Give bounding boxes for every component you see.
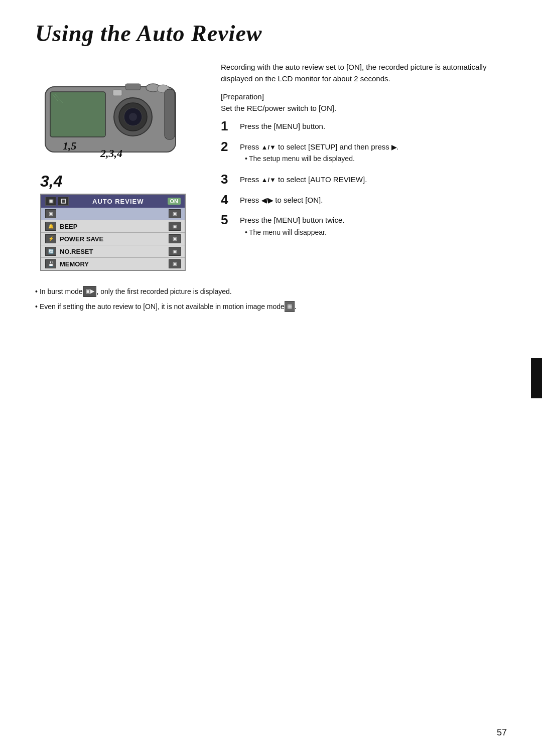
preparation-text: Set the REC/power switch to [ON]. bbox=[221, 104, 336, 112]
burst-mode-icon: ▣▶ bbox=[83, 286, 96, 297]
content-area: 1,5 2,3,4 3,4 🔲 🔳 AUTO REVIEW ON bbox=[35, 62, 507, 271]
menu-screen: 🔲 🔳 AUTO REVIEW ON ▣ ▣ 🔔 BEEP ▣ bbox=[40, 194, 186, 271]
menu-label-powersave: POWER SAVE bbox=[60, 235, 165, 243]
preparation: [Preparation] Set the REC/power switch t… bbox=[221, 91, 507, 114]
step-3-content: Press ▲/▼ to select [AUTO REVIEW]. bbox=[240, 172, 367, 186]
menu-row-noreset: 🔄 NO.RESET ▣ bbox=[41, 245, 185, 258]
step-5-number: 5 bbox=[221, 213, 240, 227]
menu-row-beep: 🔔 BEEP ▣ bbox=[41, 220, 185, 233]
step-5-content: Press the [MENU] button twice. The menu … bbox=[240, 213, 344, 240]
svg-rect-1 bbox=[50, 92, 105, 137]
step-4-number: 4 bbox=[221, 193, 240, 207]
step-1: 1 Press the [MENU] button. bbox=[221, 119, 507, 133]
right-column: Recording with the auto review set to [O… bbox=[221, 62, 507, 271]
left-column: 1,5 2,3,4 3,4 🔲 🔳 AUTO REVIEW ON bbox=[35, 62, 206, 271]
step-5-note: The menu will disappear. bbox=[245, 227, 344, 238]
step-2-number: 2 bbox=[221, 139, 240, 154]
menu-icon-powersave: ⚡ bbox=[45, 234, 56, 243]
step-2-note: The setup menu will be displayed. bbox=[245, 154, 398, 164]
intro-text: Recording with the auto review set to [O… bbox=[221, 62, 507, 84]
menu-value-powersave: ▣ bbox=[169, 234, 181, 243]
camera-svg: 1,5 2,3,4 bbox=[35, 62, 186, 162]
step-3: 3 Press ▲/▼ to select [AUTO REVIEW]. bbox=[221, 172, 507, 187]
menu-header-icons: 🔲 🔳 bbox=[45, 197, 69, 206]
menu-icon-right: 🔳 bbox=[58, 197, 69, 206]
menu-header: 🔲 🔳 AUTO REVIEW ON bbox=[41, 195, 185, 208]
step-1-number: 1 bbox=[221, 119, 240, 133]
menu-label-noreset: NO.RESET bbox=[60, 248, 165, 255]
menu-header-on: ON bbox=[168, 198, 181, 205]
step-5-text: Press the [MENU] button twice. bbox=[240, 216, 344, 224]
page-number: 57 bbox=[497, 727, 507, 738]
step-1-text: Press the [MENU] button. bbox=[240, 122, 325, 130]
menu-label-memory: MEMORY bbox=[60, 260, 165, 268]
svg-rect-12 bbox=[165, 89, 175, 139]
menu-row-label-selected bbox=[60, 210, 165, 218]
svg-point-7 bbox=[129, 113, 137, 121]
preparation-label: [Preparation] bbox=[221, 92, 264, 101]
svg-rect-9 bbox=[125, 84, 141, 90]
svg-text:1,5: 1,5 bbox=[63, 139, 77, 152]
label-34: 3,4 bbox=[40, 172, 62, 191]
camera-illustration: 1,5 2,3,4 bbox=[35, 62, 186, 162]
menu-value-noreset: ▣ bbox=[169, 247, 181, 256]
step-5: 5 Press the [MENU] button twice. The men… bbox=[221, 213, 507, 240]
svg-rect-11 bbox=[113, 90, 122, 96]
page-title: Using the Auto Review bbox=[35, 20, 507, 47]
footer-note-1: In burst mode ▣▶, only the first recorde… bbox=[35, 286, 507, 297]
menu-header-title: AUTO REVIEW bbox=[72, 198, 165, 205]
step-2-content: Press ▲/▼ to select [SETUP] and then pre… bbox=[240, 139, 398, 167]
menu-row-powersave: ⚡ POWER SAVE ▣ bbox=[41, 233, 185, 245]
arrow-right-2: ▶ bbox=[391, 143, 396, 151]
menu-row-icon-selected: ▣ bbox=[45, 209, 56, 218]
step-3-number: 3 bbox=[221, 172, 240, 187]
step-4: 4 Press ◀/▶ to select [ON]. bbox=[221, 193, 507, 207]
step-1-content: Press the [MENU] button. bbox=[240, 119, 325, 132]
menu-icon-beep: 🔔 bbox=[45, 222, 56, 231]
menu-value-beep: ▣ bbox=[169, 222, 181, 231]
menu-value-memory: ▣ bbox=[169, 259, 181, 268]
arrow-up-down-2: ▲/▼ bbox=[261, 143, 276, 151]
menu-icon-noreset: 🔄 bbox=[45, 247, 56, 256]
page-tab bbox=[531, 358, 542, 398]
step-2: 2 Press ▲/▼ to select [SETUP] and then p… bbox=[221, 139, 507, 167]
motion-image-icon: ▦ bbox=[285, 301, 295, 312]
arrow-up-down-3: ▲/▼ bbox=[261, 176, 276, 184]
steps-list: 1 Press the [MENU] button. 2 Press ▲/▼ t… bbox=[221, 119, 507, 240]
arrow-left-right-4: ◀/▶ bbox=[261, 197, 274, 204]
menu-icon-memory: 💾 bbox=[45, 259, 56, 268]
menu-row-value-selected: ▣ bbox=[169, 209, 181, 218]
svg-text:2,3,4: 2,3,4 bbox=[100, 147, 122, 160]
menu-icon-left: 🔲 bbox=[45, 197, 56, 206]
footer-notes: In burst mode ▣▶, only the first recorde… bbox=[35, 286, 507, 313]
menu-row-memory: 💾 MEMORY ▣ bbox=[41, 258, 185, 270]
page: Using the Auto Review bbox=[0, 0, 542, 756]
menu-label-beep: BEEP bbox=[60, 223, 165, 230]
menu-row-selected: ▣ ▣ bbox=[41, 208, 185, 220]
footer-note-2: Even if setting the auto review to [ON],… bbox=[35, 301, 507, 312]
step-4-content: Press ◀/▶ to select [ON]. bbox=[240, 193, 323, 206]
